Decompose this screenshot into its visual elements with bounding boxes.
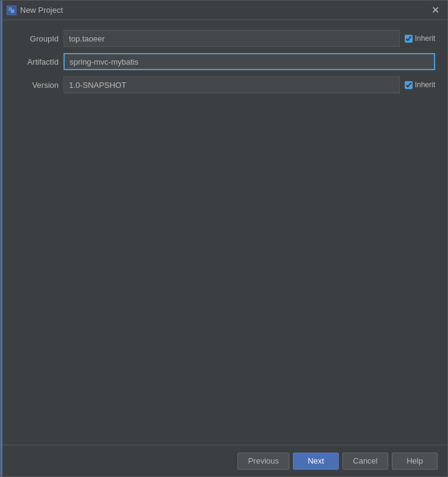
dialog-icon xyxy=(7,5,16,15)
version-label: Version xyxy=(13,81,59,90)
left-accent xyxy=(1,1,2,476)
next-button[interactable]: Next xyxy=(293,453,339,470)
group-id-inherit: Inherit xyxy=(405,34,435,43)
artifact-id-label: ArtifactId xyxy=(13,57,59,66)
close-button[interactable]: ✕ xyxy=(429,4,441,16)
group-id-label: GroupId xyxy=(13,34,59,43)
new-project-dialog: New Project ✕ GroupId Inherit ArtifactId… xyxy=(0,0,448,477)
title-bar-left: New Project xyxy=(7,5,63,15)
version-input[interactable] xyxy=(63,76,400,93)
version-inherit-label: Inherit xyxy=(415,81,435,89)
title-bar: New Project ✕ xyxy=(1,1,447,20)
dialog-title: New Project xyxy=(20,5,63,15)
form-area: GroupId Inherit ArtifactId Version Inher… xyxy=(1,20,447,103)
version-row: Version Inherit xyxy=(13,76,435,93)
cancel-button[interactable]: Cancel xyxy=(342,453,388,470)
group-id-inherit-label: Inherit xyxy=(415,34,435,43)
group-id-inherit-checkbox[interactable] xyxy=(405,35,413,43)
help-button[interactable]: Help xyxy=(392,453,438,470)
svg-rect-3 xyxy=(11,10,14,13)
content-spacer xyxy=(1,103,447,445)
button-bar: Previous Next Cancel Help xyxy=(1,445,447,476)
artifact-id-input[interactable] xyxy=(63,53,435,70)
group-id-input[interactable] xyxy=(63,30,400,47)
version-inherit-checkbox[interactable] xyxy=(405,81,413,89)
artifact-id-row: ArtifactId xyxy=(13,53,435,70)
group-id-row: GroupId Inherit xyxy=(13,30,435,47)
version-inherit: Inherit xyxy=(405,81,435,89)
previous-button[interactable]: Previous xyxy=(237,453,289,470)
